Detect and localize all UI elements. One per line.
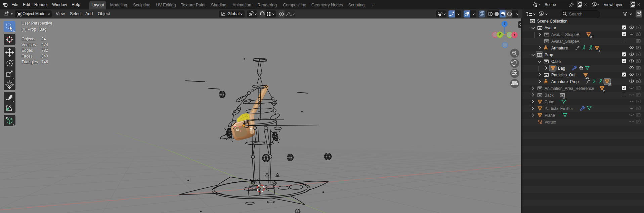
svg-text:X: X [513, 33, 516, 37]
svg-text:Z: Z [504, 22, 506, 26]
svg-text:Y: Y [499, 33, 501, 37]
